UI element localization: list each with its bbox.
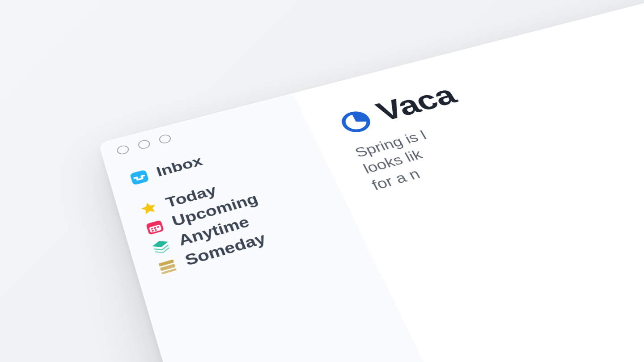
drawer-icon	[155, 256, 179, 277]
calendar-icon	[143, 217, 166, 237]
zoom-icon[interactable]	[158, 134, 172, 145]
svg-point-11	[340, 110, 372, 133]
progress-ring-icon	[335, 105, 375, 134]
sidebar-item-label: Inbox	[155, 154, 205, 180]
sidebar-nav: Inbox Today	[109, 125, 355, 283]
star-icon	[137, 199, 160, 218]
minimize-icon[interactable]	[137, 139, 151, 150]
app-window: Inbox Today	[98, 0, 644, 362]
svg-rect-0	[130, 169, 149, 185]
close-icon[interactable]	[116, 144, 130, 156]
stack-icon	[149, 236, 173, 257]
inbox-icon	[128, 168, 151, 187]
